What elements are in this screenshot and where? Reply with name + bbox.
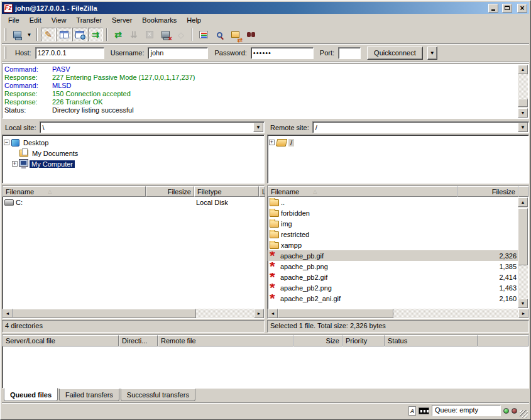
password-input[interactable]: [251, 47, 314, 59]
scroll-right-icon[interactable]: ►: [518, 309, 528, 318]
site-manager-dropdown[interactable]: ▼: [25, 28, 33, 41]
local-list-body: C: Local Disk: [3, 197, 264, 309]
reconnect-button[interactable]: ◇: [173, 28, 189, 41]
site-manager-icon: [13, 31, 21, 38]
username-input[interactable]: [148, 47, 208, 59]
local-path-value: \: [40, 124, 253, 131]
column-lastmodified-truncated[interactable]: L: [259, 186, 265, 197]
refresh-button[interactable]: ⇄: [111, 28, 126, 41]
find-files-button[interactable]: [243, 28, 258, 41]
expand-icon[interactable]: +: [12, 161, 18, 167]
cancel-button[interactable]: ×: [142, 28, 157, 41]
titlebar: Fz john@127.0.0.1 - FileZilla ×: [2, 2, 529, 14]
toggle-local-tree-button[interactable]: [57, 28, 72, 41]
toggle-message-log-button[interactable]: ✎: [41, 28, 56, 41]
remote-path-combo[interactable]: / ▼: [312, 121, 529, 133]
process-queue-button[interactable]: ⇊: [126, 28, 141, 41]
synchronized-browsing-button[interactable]: ⇄: [227, 28, 243, 41]
local-tree-icon: [60, 31, 68, 38]
toggle-queue-button[interactable]: ⇉: [88, 28, 103, 41]
scroll-left-icon[interactable]: ◄: [268, 309, 278, 318]
tree-item-my-computer[interactable]: + My Computer: [4, 158, 263, 169]
menu-view[interactable]: View: [47, 15, 72, 25]
menu-file[interactable]: File: [3, 15, 25, 25]
close-button[interactable]: ×: [517, 4, 527, 13]
resize-grip[interactable]: [520, 410, 528, 418]
queue-status-box: Queue: empty: [432, 405, 501, 416]
expand-icon[interactable]: +: [269, 140, 275, 145]
remote-list-header: Filename△ Filesize: [268, 186, 528, 197]
log-line: Command:PASV: [4, 65, 516, 74]
menu-transfer[interactable]: Transfer: [71, 15, 107, 25]
remote-folder-row[interactable]: xampp: [268, 240, 518, 250]
column-filename[interactable]: Filename△: [268, 186, 457, 197]
tree-item-root[interactable]: + /: [269, 137, 527, 148]
scroll-up-icon[interactable]: ▲: [518, 65, 528, 74]
column-status[interactable]: Status: [385, 335, 478, 346]
host-input[interactable]: [35, 47, 104, 59]
port-label: Port:: [320, 49, 334, 57]
disconnect-button[interactable]: ×: [158, 28, 173, 41]
local-directory-tree: − Desktop My Documents + My Computer: [2, 135, 265, 184]
combo-dropdown-icon[interactable]: ▼: [518, 123, 528, 132]
scroll-left-icon[interactable]: ◄: [3, 309, 13, 318]
maximize-button[interactable]: [502, 4, 512, 13]
tree-item-my-documents[interactable]: My Documents: [4, 148, 263, 158]
tab-queued-files[interactable]: Queued files: [4, 388, 58, 401]
scroll-thumb[interactable]: [13, 309, 196, 318]
log-scrollbar[interactable]: ▲ ▼: [518, 65, 528, 118]
minimize-button[interactable]: [488, 4, 498, 13]
menu-bookmarks[interactable]: Bookmarks: [137, 15, 182, 25]
remote-folder-row[interactable]: img: [268, 218, 518, 229]
local-file-list: Filename△ Filesize Filetype L C: Local D…: [2, 185, 265, 319]
toggle-remote-tree-button[interactable]: [72, 28, 87, 41]
local-file-row[interactable]: C: Local Disk: [3, 197, 264, 207]
tab-successful-transfers[interactable]: Successful transfers: [121, 389, 195, 401]
remote-folder-row[interactable]: restricted: [268, 229, 518, 240]
collapse-icon[interactable]: −: [4, 140, 9, 145]
column-filesize[interactable]: Filesize: [457, 186, 518, 197]
local-path-combo[interactable]: \ ▼: [40, 121, 265, 133]
port-input[interactable]: [338, 47, 361, 59]
column-filesize[interactable]: Filesize: [146, 186, 194, 197]
directory-comparison-button[interactable]: [212, 28, 227, 41]
process-queue-icon: ⇊: [130, 30, 138, 39]
scroll-thumb[interactable]: [518, 99, 528, 107]
column-server-local-file[interactable]: Server/Local file: [3, 335, 119, 346]
remote-file-row[interactable]: apache_pb2.png 1,463: [268, 282, 518, 293]
site-manager-button[interactable]: [9, 28, 25, 41]
column-filename[interactable]: Filename△: [3, 186, 146, 197]
quickconnect-button[interactable]: Quickconnect: [367, 47, 423, 60]
menu-server[interactable]: Server: [107, 15, 137, 25]
disk-drive-icon: [4, 199, 14, 206]
tree-item-desktop[interactable]: − Desktop: [4, 137, 263, 148]
column-filetype[interactable]: Filetype: [194, 186, 259, 197]
column-size[interactable]: Size: [293, 335, 342, 346]
remote-file-row-selected[interactable]: apache_pb.gif 2,326: [268, 250, 518, 261]
queue-header: Server/Local file Directi... Remote file…: [3, 335, 528, 346]
local-hscrollbar[interactable]: ◄ ►: [3, 309, 264, 318]
remote-file-row[interactable]: apache_pb2.gif 2,414: [268, 272, 518, 282]
scroll-down-icon[interactable]: ▼: [518, 299, 528, 308]
column-priority[interactable]: Priority: [342, 335, 385, 346]
combo-dropdown-icon[interactable]: ▼: [253, 123, 263, 132]
column-remote-file[interactable]: Remote file: [158, 335, 293, 346]
scroll-down-icon[interactable]: ▼: [518, 108, 528, 118]
scroll-thumb[interactable]: [278, 309, 393, 318]
scroll-right-icon[interactable]: ►: [254, 309, 264, 318]
menu-edit[interactable]: Edit: [25, 15, 47, 25]
scroll-thumb[interactable]: [518, 208, 528, 265]
remote-folder-row[interactable]: ..: [268, 197, 518, 207]
remote-file-row[interactable]: apache_pb2_ani.gif 2,160: [268, 293, 518, 304]
quickconnect-dropdown[interactable]: ▼: [427, 47, 437, 60]
remote-file-row[interactable]: apache_pb.png 1,385: [268, 261, 518, 272]
remote-hscrollbar[interactable]: ◄ ►: [268, 309, 528, 318]
scroll-up-icon[interactable]: ▲: [518, 197, 528, 207]
column-direction[interactable]: Directi...: [119, 335, 158, 346]
remote-vscrollbar[interactable]: ▲ ▼: [518, 197, 528, 308]
tab-failed-transfers[interactable]: Failed transfers: [59, 389, 119, 401]
remote-folder-row[interactable]: forbidden: [268, 207, 518, 218]
log-line: Command:MLSD: [4, 82, 516, 90]
menu-help[interactable]: Help: [182, 15, 206, 25]
filter-button[interactable]: [196, 28, 211, 41]
